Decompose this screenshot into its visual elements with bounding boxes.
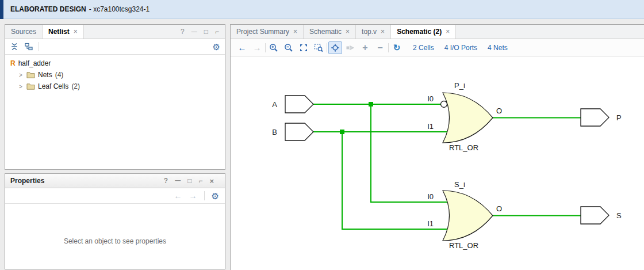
netlist-panel: Sources Netlist × ? — □ ⌐ xyxy=(5,24,225,170)
netlist-tabbar: Sources Netlist × ? — □ ⌐ xyxy=(5,25,225,39)
forward-arrow-icon[interactable]: → xyxy=(250,41,264,54)
minimize-icon[interactable]: — xyxy=(191,29,197,35)
tree-item-label: Nets xyxy=(38,71,52,79)
tab-label: Project Summary xyxy=(236,28,289,36)
expand-hierarchy-icon[interactable] xyxy=(24,42,33,51)
tree-item-count: (2) xyxy=(71,82,80,90)
folder-icon xyxy=(26,83,35,90)
tab-netlist[interactable]: Netlist × xyxy=(43,25,84,39)
properties-placeholder-text: Select an object to see properties xyxy=(64,237,166,245)
gate-p-type-label: RTL_OR xyxy=(449,143,478,152)
schematic-panel: Project Summary × Schematic × top.v × Sc… xyxy=(230,24,644,270)
zoom-fit-button[interactable] xyxy=(297,41,310,54)
expand-cone-icon xyxy=(346,43,355,52)
net-junction-dot[interactable] xyxy=(340,130,344,134)
tree-row-half-adder[interactable]: R half_adder xyxy=(5,58,225,69)
zoom-in-button[interactable] xyxy=(267,41,281,54)
close-icon[interactable]: × xyxy=(446,28,450,36)
input-port-b[interactable] xyxy=(285,123,313,140)
tab-label: Schematic (2) xyxy=(397,28,442,36)
tab-label: top.v xyxy=(362,28,377,36)
refresh-icon[interactable]: ↻ xyxy=(390,41,404,54)
close-icon[interactable]: × xyxy=(74,28,78,36)
tab-top-v[interactable]: top.v × xyxy=(356,25,391,39)
settings-gear-icon[interactable]: ⚙ xyxy=(213,43,220,51)
gate-p-o-label: O xyxy=(496,107,502,115)
tab-sources[interactable]: Sources xyxy=(5,25,43,39)
plus-icon[interactable]: + xyxy=(358,41,372,54)
gate-s-type-label: RTL_OR xyxy=(449,241,478,250)
gate-p-i1-label: I1 xyxy=(427,122,434,131)
port-b-label: B xyxy=(272,128,277,136)
half-adder-schematic: A B P S P_i I0 I1 O RTL_OR S_i I0 I1 O R… xyxy=(231,58,643,270)
zoom-selection-button[interactable] xyxy=(312,41,325,54)
close-icon[interactable]: × xyxy=(293,28,297,36)
toolbar-divider xyxy=(388,43,389,52)
vivado-window: ELABORATED DESIGN - xc7a100tcsg324-1 Sou… xyxy=(0,0,644,270)
net-junction-dot[interactable] xyxy=(369,102,373,107)
tab-netlist-label: Netlist xyxy=(48,28,70,36)
schematic-tabbar: Project Summary × Schematic × top.v × Sc… xyxy=(231,25,644,39)
chevron-right-icon[interactable]: > xyxy=(19,72,24,78)
autofit-selection-button[interactable] xyxy=(328,41,342,54)
elaborated-design-banner: ELABORATED DESIGN - xc7a100tcsg324-1 xyxy=(0,0,644,19)
input-port-a[interactable] xyxy=(285,96,313,113)
properties-panel: Properties ? — □ ⌐ × ← → ⚙ Select an obj… xyxy=(5,173,225,269)
properties-header: Properties ? — □ ⌐ × xyxy=(5,174,225,188)
output-port-s[interactable] xyxy=(581,207,609,224)
back-arrow-icon[interactable]: ← xyxy=(235,41,249,54)
io-ports-link[interactable]: 4 I/O Ports xyxy=(444,44,477,52)
folder-icon xyxy=(26,71,35,78)
gate-s-i0-label: I0 xyxy=(427,192,434,201)
forward-arrow-icon[interactable]: → xyxy=(189,192,197,200)
port-a-label: A xyxy=(272,100,277,109)
netlist-tree: R half_adder > Nets (4) > Leaf Cells (2) xyxy=(5,55,225,92)
back-arrow-icon[interactable]: ← xyxy=(174,192,182,200)
close-icon[interactable]: × xyxy=(209,177,214,185)
help-icon[interactable]: ? xyxy=(164,177,168,184)
minus-icon[interactable]: − xyxy=(373,41,387,54)
gate-p-i0-label: I0 xyxy=(427,94,434,103)
panel-window-controls: ? — □ ⌐ × xyxy=(158,177,220,185)
help-icon[interactable]: ? xyxy=(181,28,185,35)
float-icon[interactable]: ⌐ xyxy=(215,28,219,35)
schematic-toolbar: ← → xyxy=(231,39,644,56)
banner-part-name: - xc7a100tcsg324-1 xyxy=(89,5,150,13)
tab-project-summary[interactable]: Project Summary × xyxy=(231,25,304,39)
inverter-bubble-icon[interactable] xyxy=(441,101,447,108)
tab-schematic-2[interactable]: Schematic (2) × xyxy=(391,25,456,39)
gate-p-instance-label: P_i xyxy=(454,81,465,90)
or-gate-s[interactable] xyxy=(443,191,493,241)
net-b-branch-wire[interactable] xyxy=(342,132,447,229)
toolbar-divider xyxy=(265,43,266,52)
net-a-branch-wire[interactable] xyxy=(371,104,447,202)
or-gate-p[interactable] xyxy=(443,93,493,143)
properties-body: Select an object to see properties xyxy=(5,204,225,245)
toolbar-divider xyxy=(327,43,327,52)
schematic-canvas[interactable]: A B P S P_i I0 I1 O RTL_OR S_i I0 I1 O R… xyxy=(231,58,643,270)
tree-row-nets[interactable]: > Nets (4) xyxy=(5,69,225,81)
float-icon[interactable]: ⌐ xyxy=(198,177,202,184)
cells-link[interactable]: 2 Cells xyxy=(413,44,434,52)
close-icon[interactable]: × xyxy=(346,28,350,36)
schematic-summary-links: 2 Cells 4 I/O Ports 4 Nets xyxy=(413,44,508,52)
collapse-all-icon[interactable] xyxy=(10,42,19,51)
tree-item-label: Leaf Cells xyxy=(38,82,68,90)
crosshair-target-icon xyxy=(331,43,340,52)
zoom-out-button[interactable] xyxy=(282,41,296,54)
maximize-icon[interactable]: □ xyxy=(204,28,208,35)
nets-link[interactable]: 4 Nets xyxy=(488,44,508,52)
output-port-p[interactable] xyxy=(581,109,609,126)
settings-gear-icon[interactable]: ⚙ xyxy=(212,192,219,200)
banner-title: ELABORATED DESIGN xyxy=(10,5,86,13)
expand-cone-button[interactable] xyxy=(343,41,357,54)
minimize-icon[interactable]: — xyxy=(175,178,181,184)
maximize-icon[interactable]: □ xyxy=(187,177,191,184)
tree-row-leaf-cells[interactable]: > Leaf Cells (2) xyxy=(5,81,225,92)
close-icon[interactable]: × xyxy=(381,28,385,36)
tab-schematic[interactable]: Schematic × xyxy=(304,25,356,39)
tree-item-count: (4) xyxy=(55,71,64,79)
chevron-right-icon[interactable]: > xyxy=(19,83,24,90)
banner-accent-bar xyxy=(0,0,3,19)
netlist-toolbar: ⚙ xyxy=(5,39,225,55)
